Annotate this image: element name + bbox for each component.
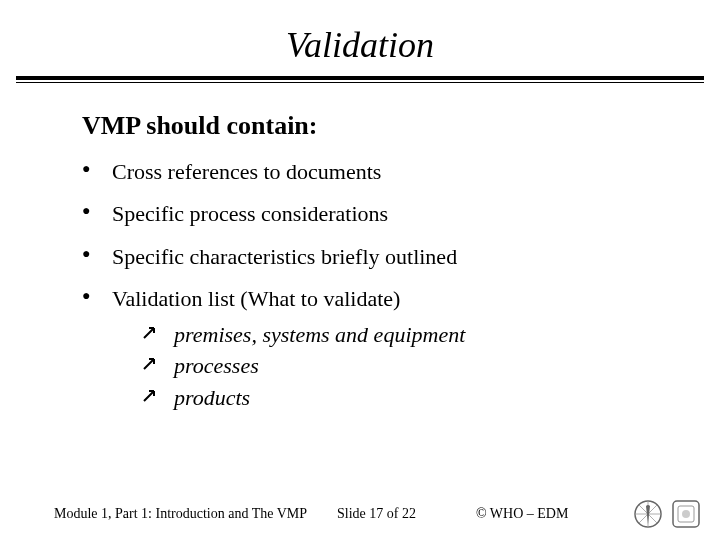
footer: Module 1, Part 1: Introduction and The V… — [0, 506, 720, 522]
footer-pager: Slide 17 of 22 — [337, 506, 416, 522]
sub-list: premises, systems and equipment processe… — [142, 321, 650, 412]
svg-point-3 — [682, 510, 690, 518]
sub-text: products — [174, 385, 250, 410]
bullet-text: Cross references to documents — [112, 159, 381, 184]
list-item: Cross references to documents — [82, 159, 650, 185]
arrow-icon — [142, 387, 160, 405]
content-area: VMP should contain: Cross references to … — [0, 83, 720, 411]
sub-text: premises, systems and equipment — [174, 322, 465, 347]
list-item: processes — [142, 352, 650, 380]
list-item: Validation list (What to validate) premi… — [82, 286, 650, 411]
footer-attribution: © WHO – EDM — [476, 506, 568, 522]
arrow-icon — [142, 324, 160, 342]
section-heading: VMP should contain: — [82, 111, 650, 141]
who-logo-icon — [632, 498, 664, 530]
footer-logos — [632, 498, 702, 530]
arrow-icon — [142, 355, 160, 373]
list-item: Specific process considerations — [82, 201, 650, 227]
bullet-text: Specific characteristics briefly outline… — [112, 244, 457, 269]
sub-text: processes — [174, 353, 259, 378]
slide-title: Validation — [0, 0, 720, 76]
list-item: premises, systems and equipment — [142, 321, 650, 349]
bullet-list: Cross references to documents Specific p… — [82, 159, 650, 411]
footer-module: Module 1, Part 1: Introduction and The V… — [54, 506, 307, 522]
edm-logo-icon — [670, 498, 702, 530]
bullet-text: Validation list (What to validate) — [112, 286, 400, 311]
title-rule-thick — [16, 76, 704, 80]
slide: Validation VMP should contain: Cross ref… — [0, 0, 720, 540]
list-item: products — [142, 384, 650, 412]
bullet-text: Specific process considerations — [112, 201, 388, 226]
list-item: Specific characteristics briefly outline… — [82, 244, 650, 270]
